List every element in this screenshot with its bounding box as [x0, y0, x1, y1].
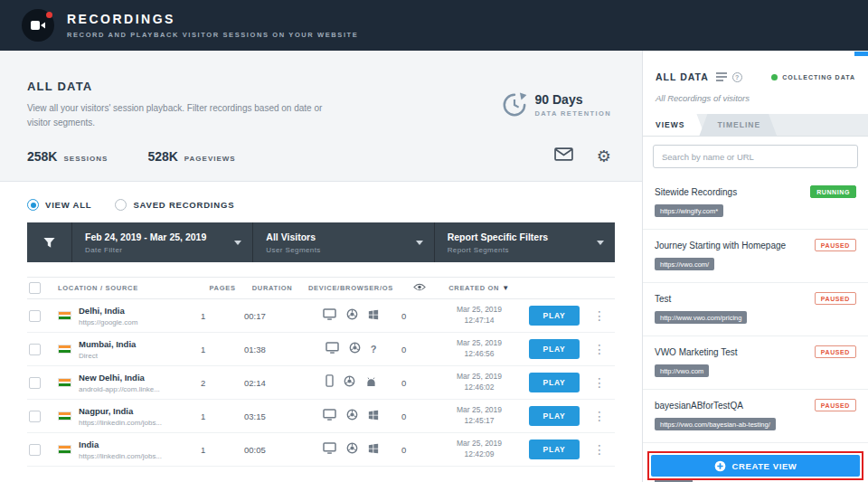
email-icon[interactable]: [554, 147, 573, 165]
row-menu-icon[interactable]: ⋮: [588, 342, 611, 356]
sessions-value: 258K: [27, 149, 57, 164]
desktop-icon: [323, 441, 336, 458]
row-time: 12:42:09: [464, 449, 494, 458]
report-segments-dropdown[interactable]: Report Specific Filters Report Segments: [435, 222, 615, 262]
view-item[interactable]: VWO Marketing Test PAUSED http://vwo.com: [643, 336, 868, 390]
row-checkbox[interactable]: [29, 344, 41, 355]
india-flag-icon: [58, 378, 71, 387]
row-menu-icon[interactable]: ⋮: [588, 375, 611, 390]
radio-view-all[interactable]: VIEW ALL: [27, 199, 91, 211]
play-button[interactable]: PLAY: [529, 339, 579, 359]
unknown-os-icon: ?: [371, 344, 377, 354]
chrome-icon: [344, 374, 355, 391]
row-pages: 2: [201, 378, 244, 388]
filter-funnel-button[interactable]: [27, 222, 72, 262]
mobile-icon: [326, 374, 334, 391]
row-menu-icon[interactable]: ⋮: [588, 442, 611, 457]
row-view-count: 0: [401, 445, 438, 455]
select-all-checkbox[interactable]: [29, 282, 41, 294]
col-pages: PAGES: [209, 284, 235, 292]
row-view-count: 0: [401, 345, 438, 354]
row-menu-icon[interactable]: ⋮: [588, 308, 611, 323]
view-item[interactable]: Journey Starting with Homepage PAUSED ht…: [643, 230, 868, 283]
row-checkbox[interactable]: [29, 444, 41, 456]
row-checkbox[interactable]: [29, 310, 41, 322]
view-url-tag: http://vwo.com: [655, 364, 709, 377]
table-row: Nagpur, India https://linkedin.com/jobs.…: [27, 400, 615, 433]
visitors-filter-value: All Visitors: [266, 232, 320, 242]
row-date: Mar 25, 2019: [457, 405, 502, 414]
pageviews-label: PAGEVIEWS: [184, 155, 236, 163]
status-badge: PAUSED: [815, 399, 856, 411]
sidebar-subtitle: All Recordings of visitors: [656, 93, 855, 103]
play-button[interactable]: PLAY: [529, 373, 579, 392]
row-duration: 02:14: [244, 378, 300, 388]
view-all-label: VIEW ALL: [45, 200, 91, 210]
recordings-table: LOCATION / SOURCE PAGES DURATION DEVICE/…: [27, 277, 615, 467]
status-badge: PAUSED: [815, 239, 856, 251]
camera-icon: [30, 19, 46, 32]
radio-selected-icon: [27, 199, 39, 211]
view-name: Journey Starting with Homepage: [655, 241, 786, 250]
android-icon: [365, 374, 377, 391]
col-location-source: LOCATION / SOURCE: [58, 284, 201, 292]
row-date: Mar 25, 2019: [457, 305, 502, 314]
status-badge: RUNNING: [810, 185, 856, 198]
view-name: Sitewide Recordings: [655, 187, 737, 197]
status-badge: PAUSED: [815, 345, 856, 358]
row-source: android-app://com.linke...: [79, 385, 160, 393]
india-flag-icon: [58, 345, 71, 354]
feedback-widget-edge: [854, 52, 868, 56]
view-url-tag: https://wingify.com*: [655, 204, 723, 217]
tab-views[interactable]: VIEWS: [643, 114, 704, 136]
view-item[interactable]: Test PAUSED http://www.vwo.com/pricing: [643, 283, 868, 336]
search-input[interactable]: [653, 145, 858, 168]
table-row: Mumbai, India Direct 1 01:38 ? 0 Mar 25,…: [27, 333, 615, 366]
radio-saved-recordings[interactable]: SAVED RECORDINGS: [115, 199, 234, 211]
visitors-filter-label: User Segments: [266, 246, 320, 254]
recordings-logo: [22, 9, 54, 42]
retention-clock-icon: [502, 92, 527, 118]
view-url-tag: https://vwo.com/: [655, 258, 714, 270]
play-button[interactable]: PLAY: [529, 306, 579, 326]
row-time: 12:45:17: [464, 416, 494, 425]
page-title: RECORDINGS: [67, 12, 358, 26]
date-filter-dropdown[interactable]: Feb 24, 2019 - Mar 25, 2019 Date Filter: [72, 222, 253, 262]
help-icon[interactable]: ?: [732, 72, 742, 82]
settings-gear-icon[interactable]: ⚙: [597, 148, 611, 165]
create-view-button[interactable]: CREATE VIEW: [651, 455, 860, 477]
row-checkbox[interactable]: [29, 377, 41, 389]
row-pages: 1: [201, 411, 244, 421]
play-button[interactable]: PLAY: [529, 439, 579, 459]
filter-bar: Feb 24, 2019 - Mar 25, 2019 Date Filter …: [27, 222, 615, 262]
sidebar-title: ALL DATA: [656, 71, 709, 82]
row-menu-icon[interactable]: ⋮: [588, 409, 611, 423]
col-created-on[interactable]: CREATED ON▼: [448, 284, 510, 292]
play-button[interactable]: PLAY: [529, 406, 579, 426]
radio-unselected-icon: [115, 199, 127, 211]
recording-dot-icon: [46, 12, 52, 18]
row-time: 12:46:02: [464, 383, 494, 392]
desktop-icon: [323, 307, 336, 324]
row-location: India: [79, 439, 162, 449]
report-filter-label: Report Segments: [448, 246, 548, 254]
view-name: bayesianABforTestQA: [655, 401, 743, 411]
row-time: 12:46:56: [464, 349, 494, 358]
user-segments-dropdown[interactable]: All Visitors User Segments: [253, 222, 434, 262]
stat-pageviews: 528K PAGEVIEWS: [147, 149, 235, 164]
india-flag-icon: [58, 445, 71, 454]
list-icon: [716, 69, 727, 85]
view-item[interactable]: Sitewide Recordings RUNNING https://wing…: [643, 176, 868, 230]
table-row: India https://linkedin.com/jobs... 1 00:…: [27, 433, 615, 467]
tab-timeline[interactable]: TIMELINE: [699, 114, 777, 136]
app-header: RECORDINGS RECORD AND PLAYBACK VISITOR S…: [0, 0, 868, 51]
main-panel: ALL DATA View all your visitors' session…: [0, 51, 642, 482]
table-row: Delhi, India https://google.com 1 00:17 …: [27, 299, 615, 333]
row-checkbox[interactable]: [29, 411, 41, 422]
view-item[interactable]: bayesianABforTestQA PAUSED https://vwo.c…: [643, 390, 868, 443]
row-duration: 00:17: [244, 311, 300, 321]
col-duration: DURATION: [252, 284, 293, 292]
row-location: Delhi, India: [79, 306, 137, 316]
chevron-down-icon: [416, 241, 423, 245]
row-date: Mar 25, 2019: [457, 372, 502, 381]
